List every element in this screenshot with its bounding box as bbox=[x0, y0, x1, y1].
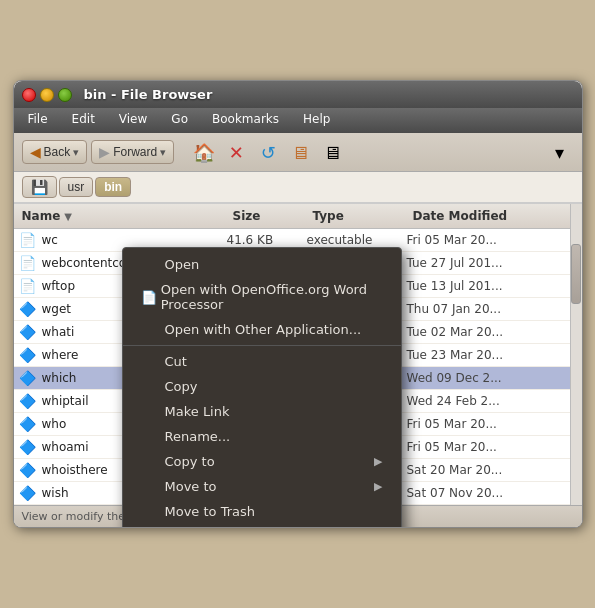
ctx-move-trash-label: Move to Trash bbox=[165, 504, 256, 519]
ctx-cut[interactable]: Cut bbox=[123, 349, 401, 374]
back-arrow-icon: ◀ bbox=[30, 144, 41, 160]
ctx-make-link-label: Make Link bbox=[165, 404, 230, 419]
file-date: Fri 05 Mar 20... bbox=[403, 233, 523, 247]
col-date-header[interactable]: Date Modified bbox=[409, 207, 529, 225]
file-icon: 🔷 bbox=[18, 437, 38, 457]
ctx-compress[interactable]: Compress... bbox=[123, 524, 401, 528]
col-type-header[interactable]: Type bbox=[309, 207, 409, 225]
toolbar: ◀ Back ▾ ▶ Forward ▾ 🏠 ✕ ↺ 🖥 🖥 ▾ bbox=[14, 133, 582, 172]
column-headers: Name ▼ Size Type Date Modified bbox=[14, 204, 582, 229]
minimize-button[interactable] bbox=[40, 88, 54, 102]
file-icon: 🔷 bbox=[18, 414, 38, 434]
file-date: Tue 23 Mar 20... bbox=[403, 348, 523, 362]
forward-dropdown-icon[interactable]: ▾ bbox=[160, 146, 166, 159]
back-dropdown-icon[interactable]: ▾ bbox=[73, 146, 79, 159]
maximize-button[interactable] bbox=[58, 88, 72, 102]
file-icon: 🔷 bbox=[18, 391, 38, 411]
ctx-open-oo[interactable]: 📄 Open with OpenOffice.org Word Processo… bbox=[123, 277, 401, 317]
ctx-open-label: Open bbox=[165, 257, 200, 272]
ctx-open-other-label: Open with Other Application... bbox=[165, 322, 362, 337]
file-icon: 🔷 bbox=[18, 368, 38, 388]
ctx-rename-label: Rename... bbox=[165, 429, 231, 444]
file-date: Wed 24 Feb 2... bbox=[403, 394, 523, 408]
file-name: wc bbox=[38, 233, 223, 247]
file-browser-window: bin - File Browser File Edit View Go Boo… bbox=[13, 80, 583, 528]
ctx-copy[interactable]: Copy bbox=[123, 374, 401, 399]
computer-icon[interactable]: 🖥 bbox=[286, 138, 314, 166]
ctx-separator-1 bbox=[123, 345, 401, 346]
ctx-make-link[interactable]: Make Link bbox=[123, 399, 401, 424]
ctx-copy-label: Copy bbox=[165, 379, 198, 394]
menubar: File Edit View Go Bookmarks Help bbox=[14, 108, 582, 133]
menu-bookmarks[interactable]: Bookmarks bbox=[206, 110, 285, 128]
close-button[interactable] bbox=[22, 88, 36, 102]
file-date: Wed 09 Dec 2... bbox=[403, 371, 523, 385]
window-title: bin - File Browser bbox=[84, 87, 213, 102]
file-date: Sat 07 Nov 20... bbox=[403, 486, 523, 500]
back-label: Back bbox=[44, 145, 71, 159]
view-options-icon[interactable]: ▾ bbox=[546, 138, 574, 166]
file-icon: 📄 bbox=[18, 253, 38, 273]
file-icon: 📄 bbox=[18, 230, 38, 250]
ctx-open-other[interactable]: Open with Other Application... bbox=[123, 317, 401, 342]
file-date: Tue 13 Jul 201... bbox=[403, 279, 523, 293]
ctx-copy-to-label: Copy to bbox=[165, 454, 215, 469]
forward-label: Forward bbox=[113, 145, 157, 159]
forward-arrow-icon: ▶ bbox=[99, 144, 110, 160]
file-type: executable bbox=[303, 233, 403, 247]
menu-go[interactable]: Go bbox=[165, 110, 194, 128]
file-icon: 🔷 bbox=[18, 483, 38, 503]
col-name-header[interactable]: Name ▼ bbox=[14, 207, 229, 225]
ctx-copy-to-arrow: ▶ bbox=[374, 455, 382, 468]
ctx-open-oo-label: Open with OpenOffice.org Word Processor bbox=[161, 282, 383, 312]
menu-view[interactable]: View bbox=[113, 110, 153, 128]
file-date: Fri 05 Mar 20... bbox=[403, 417, 523, 431]
forward-button[interactable]: ▶ Forward ▾ bbox=[91, 140, 174, 164]
file-icon: 🔷 bbox=[18, 299, 38, 319]
ctx-open[interactable]: Open bbox=[123, 252, 401, 277]
file-icon: 🔷 bbox=[18, 345, 38, 365]
ctx-move-to-label: Move to bbox=[165, 479, 217, 494]
breadcrumb-root[interactable]: 💾 bbox=[22, 176, 57, 198]
breadcrumb: 💾 usr bin bbox=[14, 172, 582, 203]
scrollbar[interactable] bbox=[570, 204, 582, 505]
menu-file[interactable]: File bbox=[22, 110, 54, 128]
col-size-header[interactable]: Size bbox=[229, 207, 309, 225]
ctx-cut-label: Cut bbox=[165, 354, 187, 369]
ctx-move-trash[interactable]: Move to Trash bbox=[123, 499, 401, 524]
file-date: Sat 20 Mar 20... bbox=[403, 463, 523, 477]
ctx-move-to[interactable]: Move to ▶ bbox=[123, 474, 401, 499]
file-date: Tue 27 Jul 201... bbox=[403, 256, 523, 270]
menu-edit[interactable]: Edit bbox=[66, 110, 101, 128]
file-date: Thu 07 Jan 20... bbox=[403, 302, 523, 316]
ctx-rename[interactable]: Rename... bbox=[123, 424, 401, 449]
monitor-icon[interactable]: 🖥 bbox=[318, 138, 346, 166]
file-date: Fri 05 Mar 20... bbox=[403, 440, 523, 454]
ctx-oo-icon: 📄 bbox=[141, 290, 157, 305]
home-icon[interactable]: 🏠 bbox=[190, 138, 218, 166]
file-icon: 🔷 bbox=[18, 460, 38, 480]
file-size: 41.6 KB bbox=[223, 233, 303, 247]
sort-arrow-icon: ▼ bbox=[64, 211, 72, 222]
titlebar: bin - File Browser bbox=[14, 81, 582, 108]
context-menu: Open 📄 Open with OpenOffice.org Word Pro… bbox=[122, 247, 402, 528]
back-button[interactable]: ◀ Back ▾ bbox=[22, 140, 88, 164]
file-date: Tue 02 Mar 20... bbox=[403, 325, 523, 339]
file-list-wrapper: Name ▼ Size Type Date Modified 📄 wc 41.6… bbox=[14, 203, 582, 505]
scrollbar-thumb[interactable] bbox=[571, 244, 581, 304]
breadcrumb-bin[interactable]: bin bbox=[95, 177, 131, 197]
ctx-move-to-arrow: ▶ bbox=[374, 480, 382, 493]
file-icon: 📄 bbox=[18, 276, 38, 296]
breadcrumb-usr[interactable]: usr bbox=[59, 177, 94, 197]
window-controls bbox=[22, 88, 72, 102]
stop-icon[interactable]: ✕ bbox=[222, 138, 250, 166]
file-icon: 🔷 bbox=[18, 322, 38, 342]
refresh-icon[interactable]: ↺ bbox=[254, 138, 282, 166]
menu-help[interactable]: Help bbox=[297, 110, 336, 128]
ctx-copy-to[interactable]: Copy to ▶ bbox=[123, 449, 401, 474]
